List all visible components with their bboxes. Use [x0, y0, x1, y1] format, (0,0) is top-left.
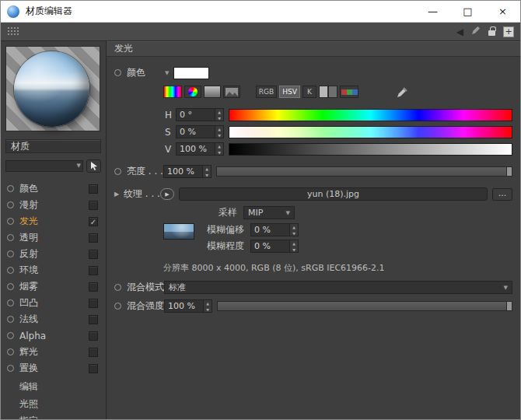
blur-scale-spinner[interactable]: 0 % ▲ ▼ [250, 240, 299, 253]
step-down-icon[interactable]: ▼ [216, 149, 222, 154]
keyframe-dot-icon[interactable] [114, 284, 121, 291]
lock-icon[interactable] [488, 30, 495, 36]
step-down-icon[interactable]: ▼ [291, 247, 297, 251]
step-down-icon[interactable]: ▼ [216, 132, 222, 137]
saturation-spinner[interactable]: 0 % ▲ ▼ [176, 125, 224, 138]
pen-icon[interactable] [471, 26, 481, 37]
step-up-icon[interactable]: ▲ [204, 166, 210, 171]
stepper-arrows[interactable]: ▲ ▼ [203, 300, 212, 312]
step-down-icon[interactable]: ▼ [205, 306, 211, 311]
channel-checkbox[interactable] [89, 364, 98, 373]
kelvin-mode-button[interactable]: K [302, 86, 316, 98]
close-button[interactable]: × [485, 1, 520, 22]
texture-arrow-button[interactable]: ▶ [160, 188, 174, 200]
brightness-slider[interactable] [216, 166, 512, 177]
saturation-gradient-slider[interactable] [229, 126, 512, 138]
color-swatch[interactable] [173, 67, 209, 79]
step-down-icon[interactable]: ▼ [291, 230, 297, 235]
value-spinner[interactable]: 100 % ▲ ▼ [176, 142, 224, 156]
stepper-arrows[interactable]: ▲ ▼ [215, 126, 223, 138]
image-picker-button[interactable] [223, 86, 240, 98]
gray-picker-button[interactable] [204, 86, 221, 98]
sidebar-section-illumination[interactable]: 光照 [1, 395, 106, 412]
channel-checkbox[interactable] [89, 250, 98, 259]
hue-spinner[interactable]: 0 ° ▲ ▼ [176, 108, 224, 121]
stepper-arrows[interactable]: ▲ ▼ [289, 240, 298, 252]
channel-item-fog[interactable]: 烟雾 [1, 278, 106, 295]
channel-checkbox[interactable] [89, 201, 98, 210]
channel-item-reflectance[interactable]: 反射 [1, 246, 106, 262]
channel-checkbox[interactable] [89, 184, 98, 194]
channel-checkbox[interactable] [89, 331, 98, 341]
channel-item-color[interactable]: 颜色 [1, 180, 106, 197]
channel-item-transparency[interactable]: 透明 [1, 229, 106, 246]
color-wheel-button[interactable] [184, 86, 201, 98]
history-back-icon[interactable]: ◀ [456, 27, 463, 37]
channel-item-luminance[interactable]: 发光✓ [1, 213, 106, 229]
step-up-icon[interactable]: ▲ [216, 127, 222, 131]
channel-checkbox[interactable] [89, 348, 98, 357]
material-dropdown[interactable]: ▼ [5, 160, 83, 172]
channel-checkbox[interactable]: ✓ [89, 217, 98, 226]
material-preview-sphere[interactable] [14, 51, 89, 127]
texture-browse-button[interactable]: ... [492, 188, 512, 201]
step-up-icon[interactable]: ▲ [291, 241, 297, 246]
hsv-mode-button[interactable]: HSV [279, 86, 300, 98]
channel-item-bump[interactable]: 凹凸 [1, 295, 106, 311]
blur-scale-row: 模糊程度 0 % ▲ ▼ [201, 240, 299, 253]
channel-checkbox[interactable] [89, 315, 98, 324]
blur-offset-spinner[interactable]: 0 % ▲ ▼ [250, 223, 299, 236]
sampling-row: 采样 MIP ▼ [114, 206, 512, 219]
keyframe-dot-icon[interactable] [114, 303, 121, 310]
channel-checkbox[interactable] [89, 282, 98, 292]
rgb-mode-button[interactable]: RGB [256, 86, 277, 98]
spectrum-picker-button[interactable] [163, 86, 182, 98]
texture-thumbnail[interactable] [163, 223, 194, 240]
channel-checkbox[interactable] [89, 299, 98, 308]
color-expand-icon[interactable]: ▼ [165, 70, 169, 76]
brightness-spinner[interactable]: 100 % ▲ ▼ [163, 165, 212, 178]
channel-item-alpha[interactable]: Alpha [1, 327, 106, 344]
channel-item-displacement[interactable]: 置换 [1, 360, 106, 376]
channel-checkbox[interactable] [89, 233, 98, 243]
mix-strength-spinner[interactable]: 100 % ▲ ▼ [164, 299, 212, 313]
maximize-button[interactable]: □ [450, 1, 485, 22]
sampling-dropdown[interactable]: MIP ▼ [243, 206, 295, 219]
texture-file-field[interactable]: yun (18).jpg [179, 187, 488, 201]
drag-grip-icon[interactable] [7, 26, 19, 37]
step-up-icon[interactable]: ▲ [216, 110, 222, 114]
step-up-icon[interactable]: ▲ [205, 301, 211, 306]
value-gradient-slider[interactable] [229, 143, 512, 156]
slider-handle[interactable] [506, 302, 512, 310]
material-preview[interactable] [5, 46, 100, 131]
keyframe-dot-icon[interactable] [114, 69, 121, 76]
channel-circle-icon [7, 185, 14, 192]
stepper-arrows[interactable]: ▲ ▼ [215, 143, 223, 155]
texture-expander-icon[interactable]: ▶ [114, 191, 124, 198]
minimize-button[interactable]: — [415, 1, 450, 22]
channel-checkbox[interactable] [89, 266, 98, 275]
slider-handle[interactable] [506, 167, 512, 176]
channel-item-normal[interactable]: 法线 [1, 311, 106, 327]
pick-material-button[interactable] [86, 159, 101, 173]
stepper-arrows[interactable]: ▲ ▼ [215, 109, 223, 121]
step-down-icon[interactable]: ▼ [204, 172, 210, 177]
step-up-icon[interactable]: ▲ [216, 144, 222, 149]
step-up-icon[interactable]: ▲ [291, 225, 297, 229]
mix-mode-dropdown[interactable]: 标准 ▼ [164, 281, 512, 294]
stepper-arrows[interactable]: ▲ ▼ [202, 166, 211, 177]
hue-gradient-slider[interactable] [229, 109, 512, 121]
eyedropper-icon[interactable] [397, 86, 408, 98]
keyframe-dot-icon[interactable] [114, 168, 121, 175]
stepper-arrows[interactable]: ▲ ▼ [289, 224, 298, 236]
mix-strength-slider[interactable] [217, 301, 512, 311]
mixer-button[interactable] [319, 86, 337, 98]
sidebar-section-edit[interactable]: 编辑 [1, 378, 106, 395]
swatches-button[interactable] [340, 86, 358, 98]
step-down-icon[interactable]: ▼ [216, 115, 222, 120]
channel-item-environment[interactable]: 环境 [1, 262, 106, 278]
sidebar-section-assign[interactable]: 指定 [1, 412, 106, 420]
add-icon[interactable]: + [503, 26, 514, 37]
channel-item-diffusion[interactable]: 漫射 [1, 197, 106, 213]
channel-item-glow[interactable]: 辉光 [1, 344, 106, 360]
